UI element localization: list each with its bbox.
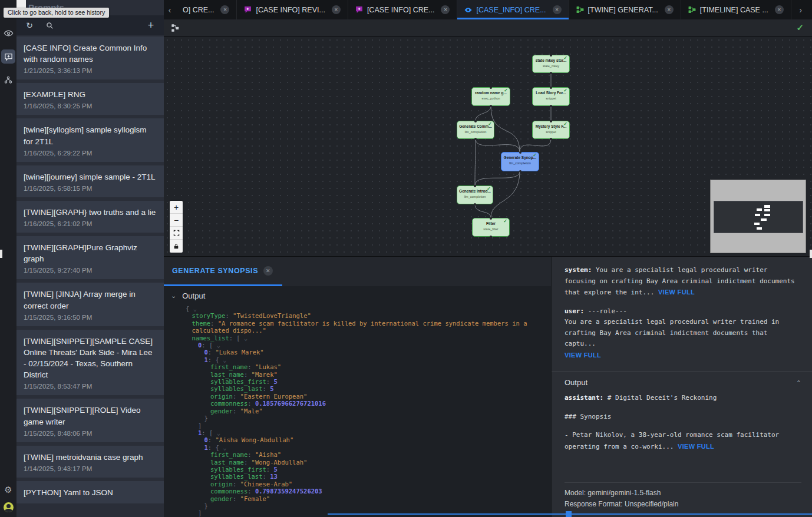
prompt-list-item-python-yaml-to-json[interactable]: [PYTHON] Yaml to JSON	[16, 481, 164, 503]
tab-twine-generat[interactable]: [TWINE] GENERAT...✕	[569, 0, 681, 19]
edge	[491, 171, 520, 218]
response-output-header[interactable]: Output ⌃	[565, 373, 801, 393]
add-prompt-button[interactable]: +	[146, 21, 156, 30]
json-token: "Wong-Abdullah"	[252, 459, 308, 466]
output-section-header[interactable]: ⌄ Output	[164, 286, 551, 305]
eye-tab-icon	[464, 6, 472, 14]
user-avatar[interactable]	[4, 502, 14, 512]
eye-view-icon[interactable]	[1, 26, 15, 40]
json-token: :	[244, 371, 252, 378]
graph-node-mystery-style-f[interactable]: Mystery Style F...snippet✓	[532, 121, 570, 139]
tab-timeline-case[interactable]: [TIMELINE] CASE ...✕	[681, 0, 791, 19]
graph-node-random-name-g[interactable]: random name g...exec_python✓	[471, 87, 510, 106]
collapse-caret[interactable]: ⌄	[244, 334, 247, 342]
json-token: "Lukas Marek"	[215, 349, 263, 356]
prompt-list-item-twine-syllogism-sample-syllogi[interactable]: [twine][syllogism] sample syllogism for …	[16, 118, 164, 161]
tab-scroll-right[interactable]: ›	[795, 0, 807, 19]
json-token: "Eastern European"	[240, 393, 308, 400]
prompt-list-item-example-rng[interactable]: [EXAMPLE] RNG1/16/2025, 8:30:25 PM	[16, 83, 164, 115]
prompt-list-item-twine-graph-two-truths-and-a-l[interactable]: [TWINE][GRAPH} two truths and a lie1/16/…	[16, 201, 164, 233]
tab-close-icon[interactable]: ✕	[665, 5, 674, 14]
json-token: ]	[198, 509, 202, 516]
minimap-node	[757, 208, 762, 211]
zoom-in-button[interactable]: +	[170, 201, 183, 214]
refresh-icon[interactable]: ↻	[25, 21, 34, 30]
json-token: "Marek"	[252, 371, 278, 378]
edge	[475, 139, 476, 185]
json-line: 0: [ ⌄	[164, 342, 533, 349]
node-success-check-icon: ✓	[563, 55, 567, 61]
prompt-title: [TWINE] [JINJA] Array merge in correct o…	[24, 289, 157, 311]
close-icon[interactable]: ✕	[263, 266, 273, 276]
zoom-controls: + −	[170, 201, 183, 253]
resize-handle[interactable]	[566, 511, 572, 517]
graph-node-generate-introd[interactable]: Generate Introd...llm_completion✓	[457, 185, 493, 204]
json-line: 1: [ ⌄	[164, 429, 533, 436]
minimap-node	[764, 209, 770, 211]
prompt-list-item-twine-snippet-sample-case-onli[interactable]: [TWINE][SNIPPET][SAMPLE CASE] Online Thr…	[16, 330, 164, 396]
json-line: 0: "Aisha Wong-Abdullah"	[164, 436, 533, 443]
json-token: 5	[273, 378, 277, 385]
tab-scroll-left[interactable]: ‹	[164, 0, 176, 19]
graph-node-filter[interactable]: Filterstate_filter✓	[472, 218, 510, 237]
prompt-timestamp: 1/15/2025, 8:53:47 PM	[24, 383, 157, 390]
zoom-out-button[interactable]: −	[170, 214, 183, 227]
view-full-link-assistant[interactable]: VIEW FULL	[678, 443, 714, 450]
prompt-list-item-case-info-create-common-info-w[interactable]: [CASE INFO] Create Common Info with rand…	[16, 37, 164, 79]
graph-branch-icon[interactable]	[171, 24, 180, 32]
lock-button[interactable]	[170, 240, 183, 253]
workflow-rail-button[interactable]	[1, 73, 15, 87]
tab-close-icon[interactable]: ✕	[553, 5, 562, 14]
tab-close-icon[interactable]: ✕	[775, 5, 784, 14]
tab-generate-synopsis[interactable]: GENERATE SYNOPSIS ✕	[164, 257, 282, 286]
json-token: "Chinese-Arab"	[240, 480, 293, 488]
prompt-timestamp: 1/21/2025, 3:36:13 PM	[24, 67, 157, 74]
back-button[interactable]	[16, 0, 26, 8]
node-type-label: llm_completion	[457, 130, 494, 134]
tab-label: [CASE_INFO] CRE...	[476, 6, 546, 14]
graph-node-state-mkey-stor[interactable]: state mkey stor...state_mkey✓	[532, 55, 570, 73]
fit-view-button[interactable]	[170, 227, 183, 240]
json-token: :	[247, 451, 255, 458]
tab-close-icon[interactable]: ✕	[220, 5, 229, 14]
graph-node-load-story-for[interactable]: Load Story For...snippet✓	[532, 87, 570, 106]
json-token: :	[208, 436, 216, 443]
view-full-link-system[interactable]: VIEW FULL	[658, 289, 695, 296]
prompt-list-item-twine-metroidvania-case-graph[interactable]: [TWINE] metroidvania case graph1/14/2025…	[16, 446, 164, 478]
tab-close-icon[interactable]: ✕	[441, 5, 450, 14]
graph-canvas[interactable]: + −	[164, 37, 812, 256]
collapse-caret[interactable]: ⌄	[223, 356, 226, 363]
left-edge-resize-handle[interactable]	[0, 250, 2, 258]
tab-o-cre[interactable]: O] CRE...✕	[176, 0, 237, 19]
minimap[interactable]	[710, 180, 806, 253]
prompt-list-item-twine-snippet-role-video-game-[interactable]: [TWINE][SNIPPET][ROLE] Video game writer…	[16, 399, 164, 442]
tab-case-info-cre[interactable]: [CASE INFO] CRE...✕	[348, 0, 458, 19]
collapse-caret[interactable]: ⌄	[217, 429, 220, 436]
prompt-title: [PYTHON] Yaml to JSON	[24, 487, 157, 498]
prompt-list-item-twine-journey-simple-sample-2t[interactable]: [twine][journey] simple sample - 2T1L1/1…	[16, 165, 164, 197]
assistant-message-title: # Digital Deceit's Reckoning	[603, 394, 717, 402]
search-icon[interactable]	[45, 21, 54, 30]
json-token: names_list	[192, 334, 229, 342]
settings-gear-icon[interactable]: ⚙	[4, 485, 12, 494]
tab-case-info-revi[interactable]: [CASE INFO] REVI...✕	[237, 0, 348, 19]
minimap-node	[755, 214, 760, 216]
divider	[552, 371, 812, 372]
prompt-list-item-twine-jinja-array-merge-in-cor[interactable]: [TWINE] [JINJA] Array merge in correct o…	[16, 283, 164, 326]
graph-node-generate-comm[interactable]: Generate Comm...llm_completion✓	[457, 121, 494, 139]
prompt-timestamp: 1/16/2025, 8:30:25 PM	[24, 102, 157, 110]
prompt-list-item-twine-graph-pure-graphviz-grap[interactable]: [TWINE][GRAPH]Pure Graphviz graph1/15/20…	[16, 236, 164, 279]
tab-close-icon[interactable]: ✕	[332, 5, 341, 14]
json-line: last_name: "Marek"	[164, 371, 533, 378]
edge	[475, 204, 491, 218]
tab-case-info-cre[interactable]: [CASE_INFO] CRE...✕	[457, 0, 569, 19]
search-glass-icon	[46, 22, 54, 29]
collapse-caret[interactable]: ⌄	[217, 342, 220, 349]
right-edge-resize-handle[interactable]	[810, 250, 812, 258]
json-line: storyType: "TwistedLoveTriangle"	[164, 312, 533, 319]
graph-node-generate-synop[interactable]: Generate Synop...llm_completion✓	[501, 152, 539, 171]
view-full-link-user[interactable]: VIEW FULL	[565, 352, 601, 359]
collapse-caret[interactable]: ⌄	[223, 444, 226, 451]
collapse-caret[interactable]: ⌄	[193, 305, 197, 312]
prompts-chat-icon-button[interactable]	[1, 49, 15, 64]
